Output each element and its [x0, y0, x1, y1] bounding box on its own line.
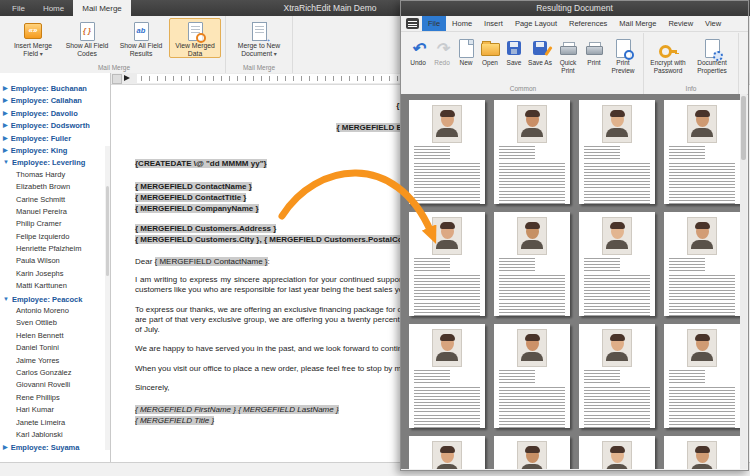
document-page-thumbnail[interactable]: [494, 324, 570, 428]
employee-tree-item[interactable]: Carine Schmitt: [0, 194, 110, 206]
employee-tree-item[interactable]: Henriette Pfalzheim: [0, 243, 110, 255]
employee-tree-item[interactable]: Rene Phillips: [0, 392, 110, 404]
document-page-thumbnail[interactable]: [579, 436, 655, 469]
redo-button[interactable]: Redo: [430, 35, 454, 68]
employee-tree-item[interactable]: Employee: Fuller: [0, 132, 110, 144]
text-lines: [499, 387, 565, 412]
ribbon-tab[interactable]: Page Layout: [509, 16, 563, 31]
document-page-thumbnail[interactable]: [579, 324, 655, 428]
document-page-thumbnail[interactable]: [579, 100, 655, 204]
employee-tree-item[interactable]: Employee: Davolio: [0, 107, 110, 119]
insert-merge-field-button[interactable]: Insert Merge Field: [7, 18, 59, 59]
employee-tree-item[interactable]: Thomas Hardy: [0, 169, 110, 181]
employee-photo: [602, 441, 632, 469]
text-lines: [414, 415, 480, 428]
employee-tree-item[interactable]: Employee: Suyama: [0, 441, 110, 453]
employee-tree-item[interactable]: Jaime Yorres: [0, 355, 110, 367]
employee-tree-item[interactable]: Employee: Leverling: [0, 156, 110, 168]
quick-print-button[interactable]: Quick Print: [554, 35, 582, 75]
save-icon: [507, 38, 521, 58]
document-page-thumbnail[interactable]: [494, 436, 570, 469]
tab-stop-selector[interactable]: [112, 74, 122, 84]
undo-icon: [411, 38, 424, 58]
vertical-scrollbar[interactable]: [740, 94, 747, 469]
view-merged-data-button[interactable]: View Merged Data: [169, 18, 221, 58]
merge-to-new-document-button[interactable]: Merge to New Document: [230, 18, 288, 59]
employee-tree-item[interactable]: Employee: Buchanan: [0, 82, 110, 94]
employee-tree-item[interactable]: Felipe Izquierdo: [0, 231, 110, 243]
employee-tree-item[interactable]: Elizabeth Brown: [0, 181, 110, 193]
employee-tree-item[interactable]: Philip Cramer: [0, 218, 110, 230]
print-button[interactable]: Print: [582, 35, 606, 68]
employee-tree-item[interactable]: Daniel Tonini: [0, 342, 110, 354]
ribbon-tab[interactable]: Review: [662, 16, 699, 31]
text-lines: [584, 370, 620, 383]
text-lines: [499, 303, 565, 316]
text-lines: [584, 258, 620, 271]
text-lines: [584, 191, 650, 204]
text-lines: [499, 275, 565, 300]
text-lines: [669, 370, 705, 383]
new-button[interactable]: New: [454, 35, 478, 68]
print-preview-icon: [616, 38, 631, 58]
ribbon-tab[interactable]: File: [422, 16, 446, 31]
sidebar-scrollbar[interactable]: [105, 146, 110, 450]
employee-photo: [687, 329, 717, 367]
text-lines: [669, 387, 735, 412]
ribbon-group-info: Encrypt with Password Document Propertie…: [644, 33, 739, 94]
employee-photo: [687, 217, 717, 255]
document-page-thumbnail[interactable]: [664, 100, 740, 204]
ribbon-tab[interactable]: References: [563, 16, 613, 31]
document-page-thumbnail[interactable]: [409, 436, 485, 469]
employee-tree-item[interactable]: Karin Josephs: [0, 268, 110, 280]
employee-tree-item[interactable]: Paula Wilson: [0, 255, 110, 267]
employee-tree-item[interactable]: Giovanni Rovelli: [0, 379, 110, 391]
document-page-thumbnail[interactable]: [494, 100, 570, 204]
document-page-thumbnail[interactable]: [664, 436, 740, 469]
employee-tree-item[interactable]: Manuel Pereira: [0, 206, 110, 218]
employee-tree-item[interactable]: Employee: King: [0, 144, 110, 156]
employee-tree-item[interactable]: Hari Kumar: [0, 404, 110, 416]
employee-tree-item[interactable]: Matti Karttunen: [0, 280, 110, 292]
show-all-field-results-button[interactable]: Show All Field Results: [115, 18, 167, 58]
show-all-field-codes-button[interactable]: Show All Field Codes: [61, 18, 113, 58]
right-titlebar[interactable]: Resulting Document: [401, 1, 748, 16]
merged-pages-grid: [401, 94, 740, 469]
employee-tree-item[interactable]: Employee: Peacock: [0, 293, 110, 305]
ribbon-tab[interactable]: Mail Merge: [613, 16, 662, 31]
employee-tree-item[interactable]: Helen Bennett: [0, 330, 110, 342]
undo-button[interactable]: Undo: [406, 35, 430, 68]
save-as-button[interactable]: Save As: [526, 35, 554, 68]
document-page-thumbnail[interactable]: [409, 100, 485, 204]
encrypt-with-password-button[interactable]: Encrypt with Password: [647, 35, 689, 75]
ribbon-tab[interactable]: File: [3, 0, 34, 16]
document-page-thumbnail[interactable]: [409, 212, 485, 316]
ribbon-tab[interactable]: Home: [446, 16, 478, 31]
app-menu-icon[interactable]: [406, 18, 419, 29]
employee-tree-item[interactable]: Antonio Moreno: [0, 305, 110, 317]
employee-tree-item[interactable]: Employee: Dodsworth: [0, 119, 110, 131]
document-page-thumbnail[interactable]: [664, 324, 740, 428]
open-button[interactable]: Open: [478, 35, 502, 68]
employee-tree-item[interactable]: Carlos González: [0, 367, 110, 379]
employee-tree-item[interactable]: Karl Jablonski: [0, 429, 110, 441]
document-page-thumbnail[interactable]: [409, 324, 485, 428]
text-lines: [669, 191, 735, 204]
ribbon-tab[interactable]: Insert: [478, 16, 509, 31]
employee-tree-item[interactable]: Sven Ottlieb: [0, 317, 110, 329]
merge-field: { MERGEFIELD Title }: [135, 416, 214, 425]
ribbon-tab[interactable]: Home: [34, 0, 73, 16]
employee-tree-item[interactable]: Janete Limeira: [0, 417, 110, 429]
employee-photo: [602, 329, 632, 367]
ribbon-tab[interactable]: View: [699, 16, 727, 31]
save-button[interactable]: Save: [502, 35, 526, 68]
print-preview-button[interactable]: Print Preview: [606, 35, 640, 75]
text-lines: [414, 275, 480, 300]
ribbon-tab[interactable]: Mail Merge: [73, 0, 131, 16]
document-page-thumbnail[interactable]: [664, 212, 740, 316]
document-page-thumbnail[interactable]: [579, 212, 655, 316]
document-page-thumbnail[interactable]: [494, 212, 570, 316]
employee-tree-item[interactable]: Employee: Callahan: [0, 94, 110, 106]
indent-marker-icon[interactable]: [124, 75, 130, 81]
document-properties-button[interactable]: Document Properties: [689, 35, 735, 75]
